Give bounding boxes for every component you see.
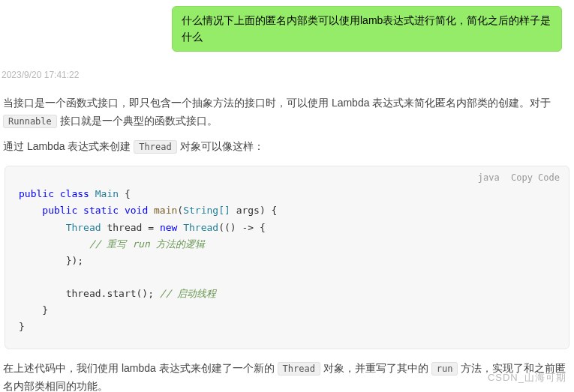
assistant-reply: 当接口是一个函数式接口，即只包含一个抽象方法的接口时，可以使用 Lambda 表… — [0, 94, 574, 392]
code-language-label: java — [478, 172, 500, 183]
inline-code: Runnable — [3, 115, 57, 128]
code-block-header: java Copy Code — [472, 171, 560, 185]
inline-code: Thread — [278, 362, 320, 376]
message-timestamp: 2023/9/20 17:41:22 — [0, 55, 574, 87]
code-block: java Copy Code public class Main { publi… — [5, 166, 569, 349]
code-content[interactable]: public class Main { public static void m… — [5, 172, 569, 343]
user-message-bubble[interactable]: 什么情况下上面的匿名内部类可以使用lamb表达式进行简化，简化之后的样子是什么 — [172, 6, 562, 52]
inline-code: run — [431, 362, 458, 376]
watermark: CSDN_山海可期 — [488, 370, 566, 386]
user-message-row: 什么情况下上面的匿名内部类可以使用lamb表达式进行简化，简化之后的样子是什么 — [0, 0, 574, 55]
reply-paragraph: 通过 Lambda 表达式来创建 Thread 对象可以像这样： — [3, 138, 571, 156]
reply-paragraph: 当接口是一个函数式接口，即只包含一个抽象方法的接口时，可以使用 Lambda 表… — [3, 94, 571, 130]
reply-paragraph: 在上述代码中，我们使用 lambda 表达式来创建了一个新的 Thread 对象… — [3, 360, 571, 392]
copy-code-button[interactable]: Copy Code — [511, 172, 560, 183]
inline-code: Thread — [134, 140, 176, 154]
